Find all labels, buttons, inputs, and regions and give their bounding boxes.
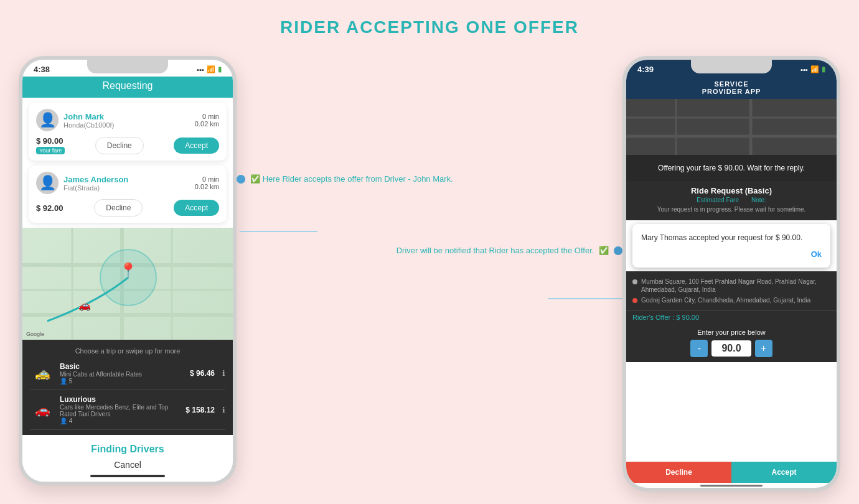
map-pin: 📍 [119, 262, 138, 279]
basic-details: Basic Mini Cabs at Affordable Rates 👤 5 [60, 362, 185, 385]
ride-options: Choose a trip or swipe up for more 🚕 Bas… [22, 340, 233, 435]
left-phone-header: Requesting [22, 77, 233, 98]
basic-price: $ 96.46 [190, 369, 215, 378]
right-wifi-icon: 📶 [810, 65, 819, 73]
driver-2-name: James Anderson [63, 175, 128, 184]
finding-drivers-text: Finding Drivers [31, 444, 224, 455]
driver-2-car: Fiat(Strada) [63, 184, 128, 192]
luxurious-price: $ 158.12 [185, 406, 215, 414]
check-icon-2: ✅ [599, 246, 609, 255]
offering-text-area: Offering your fare $ 90.00. Wait for the… [626, 155, 837, 181]
annotation-area: ✅ Here Rider accepts the offer from Driv… [237, 174, 622, 255]
luxurious-car-icon: 🚗 [30, 403, 55, 418]
accept-bar[interactable]: Accept [731, 462, 837, 483]
right-phone-notch [691, 60, 772, 73]
progress-text: Your request is in progress. Please wait… [634, 206, 829, 213]
check-icon-1: ✅ [250, 174, 260, 184]
svg-rect-9 [626, 99, 837, 155]
riders-offer-text: Rider's Offer : $ 90.00 [632, 314, 830, 321]
driver-1-details: John Mark Honda(Cb1000f) [63, 112, 114, 129]
right-time: 4:39 [637, 65, 654, 74]
offer-card-1-header: 👤 John Mark Honda(Cb1000f) 0 min 0.02 km [36, 109, 219, 131]
driver-2-avatar: 👤 [36, 172, 59, 194]
annotation-1: ✅ Here Rider accepts the offer from Driv… [237, 174, 622, 184]
basic-desc: Mini Cabs at Affordable Rates [60, 371, 185, 378]
your-fare-label: Your fare [36, 147, 65, 154]
right-bottom-indicator [700, 485, 763, 487]
fare-amount-2: $ 92.00 [36, 203, 63, 213]
accept-button-1[interactable]: Accept [174, 138, 219, 154]
luxurious-info-icon: ℹ [222, 406, 225, 414]
accept-button-2[interactable]: Accept [174, 200, 219, 216]
popup-text: Mary Thomas accepted your request for $ … [641, 233, 822, 243]
right-map-svg [626, 99, 837, 155]
driver-1-info: 👤 John Mark Honda(Cb1000f) [36, 109, 114, 131]
price-controls: - 90.0 + [632, 340, 830, 357]
location-section: Mumbai Square, 100 Feet Prahlad Nagar Ro… [626, 271, 837, 310]
decline-button-1[interactable]: Decline [95, 137, 144, 154]
offer-1-actions: $ 90.00 Your fare Decline Accept [36, 136, 219, 154]
ride-request-section: Ride Request (Basic) Estimated Fare Note… [626, 181, 837, 220]
finding-drivers-panel: Finding Drivers Cancel [22, 435, 233, 485]
annotation-2-text: Driver will be notified that Rider has a… [237, 246, 609, 255]
page-title: RIDER ACCEPTING ONE OFFER [0, 0, 859, 50]
offer-card-1: 👤 John Mark Honda(Cb1000f) 0 min 0.02 km… [29, 103, 227, 161]
pickup-location: Mumbai Square, 100 Feet Prahlad Nagar Ro… [632, 278, 830, 294]
basic-seats: 👤 5 [60, 378, 185, 385]
fare-badge-2: $ 92.00 [36, 203, 63, 213]
ride-option-basic[interactable]: 🚕 Basic Mini Cabs at Affordable Rates 👤 … [30, 357, 225, 390]
driver-2-time: 0 min 0.02 km [195, 175, 219, 190]
estimated-fare-label: Estimated Fare [697, 197, 739, 203]
offering-text: Offering your fare $ 90.00. Wait for the… [634, 162, 829, 174]
driver-1-name: John Mark [63, 112, 114, 121]
dropoff-location: Godrej Garden City, Chandkheda, Ahmedaba… [632, 296, 830, 304]
right-status-icons: ▪▪▪ 📶 ▮ [800, 65, 825, 73]
right-battery-icon: ▮ [822, 65, 825, 73]
signal-icon: ▪▪▪ [197, 66, 204, 73]
map-background: 📍 🚗 Google [22, 228, 233, 340]
driver-1-time: 0 min 0.02 km [195, 113, 219, 128]
offer-card-2: 👤 James Anderson Fiat(Strada) 0 min 0.02… [29, 166, 227, 223]
price-section: Enter your price below - 90.0 + [626, 324, 837, 362]
luxurious-details: Luxurious Cars like Mercedes Benz, Elite… [60, 395, 181, 424]
fare-badge-1: $ 90.00 Your fare [36, 136, 65, 154]
cancel-text[interactable]: Cancel [31, 460, 224, 470]
right-phone: 4:39 ▪▪▪ 📶 ▮ SERVICE PROVIDER APP Of [622, 56, 840, 492]
price-label: Enter your price below [632, 329, 830, 336]
luxurious-desc: Cars like Mercedes Benz, Elite and Top R… [60, 404, 181, 418]
price-value: 90.0 [711, 340, 751, 357]
wifi-icon: 📶 [207, 65, 215, 73]
luxurious-name: Luxurious [60, 395, 181, 404]
right-map-area [626, 99, 837, 155]
fare-amount-1: $ 90.00 [36, 136, 65, 146]
choose-trip-text: Choose a trip or swipe up for more [30, 345, 225, 357]
basic-name: Basic [60, 362, 185, 371]
price-minus-button[interactable]: - [690, 340, 708, 357]
offer-2-actions: $ 92.00 Decline Accept [36, 199, 219, 217]
left-status-icons: ▪▪▪ 📶 ▮ [197, 65, 222, 73]
popup-dialog: Mary Thomas accepted your request for $ … [632, 224, 830, 268]
annotation-2-dot [614, 246, 622, 255]
left-map: 📍 🚗 Google [22, 228, 233, 340]
driver-2-details: James Anderson Fiat(Strada) [63, 175, 128, 192]
decline-button-2[interactable]: Decline [94, 199, 143, 217]
riders-offer: Rider's Offer : $ 90.00 [626, 310, 837, 324]
basic-info-icon: ℹ [222, 369, 225, 378]
basic-car-icon: 🚕 [30, 366, 55, 381]
google-label: Google [26, 331, 44, 337]
offer-card-2-header: 👤 James Anderson Fiat(Strada) 0 min 0.02… [36, 172, 219, 194]
ride-option-luxurious[interactable]: 🚗 Luxurious Cars like Mercedes Benz, Eli… [30, 390, 225, 430]
decline-bar[interactable]: Decline [626, 462, 731, 483]
driver-1-car: Honda(Cb1000f) [63, 121, 114, 129]
driver-1-avatar: 👤 [36, 109, 59, 131]
annotation-1-dot [237, 175, 245, 184]
right-signal-icon: ▪▪▪ [800, 66, 808, 73]
map-svg [22, 228, 233, 340]
left-phone: 4:38 ▪▪▪ 📶 ▮ Requesting 👤 John Mark Hond… [19, 56, 237, 485]
dropoff-dot [632, 298, 637, 303]
pickup-text: Mumbai Square, 100 Feet Prahlad Nagar Ro… [641, 278, 830, 294]
price-plus-button[interactable]: + [755, 340, 772, 357]
decline-accept-bar: Decline Accept [626, 462, 837, 483]
luxurious-seats: 👤 4 [60, 418, 181, 424]
popup-ok-button[interactable]: Ok [641, 250, 822, 259]
